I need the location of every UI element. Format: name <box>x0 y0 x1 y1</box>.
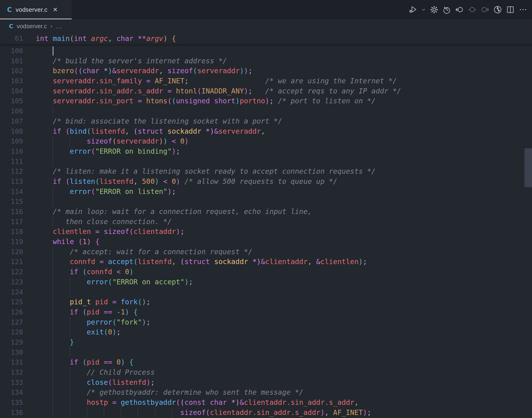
indent-guide <box>53 197 53 207</box>
line-number[interactable]: 114 <box>0 187 23 197</box>
line-number[interactable]: 111 <box>0 157 23 167</box>
line-number[interactable]: 136 <box>0 408 23 418</box>
line-number[interactable]: 120 <box>0 247 23 257</box>
breadcrumb-symbol-ellipsis[interactable]: ... <box>56 23 62 30</box>
code-line[interactable]: 124 <box>0 287 532 297</box>
code-line[interactable]: 111 <box>0 157 532 167</box>
code-line[interactable]: 127 perror("fork"); <box>0 317 532 327</box>
dropdown-chevron-icon[interactable] <box>421 5 426 14</box>
code-line[interactable]: 106 <box>0 106 532 116</box>
code-line[interactable]: 132 // Child Process <box>0 367 532 378</box>
code-line[interactable]: 110 error("ERROR on binding"); <box>0 146 532 157</box>
code-text: bzero((char *)&serveraddr, sizeof(server… <box>36 66 252 76</box>
code-line[interactable]: 126 if (pid == -1) { <box>0 307 532 317</box>
settings-gear-icon[interactable] <box>430 5 439 14</box>
line-number[interactable]: 102 <box>0 66 23 76</box>
line-number[interactable]: 112 <box>0 166 23 176</box>
code-line[interactable]: 115 <box>0 197 532 207</box>
source-control-graph-icon[interactable] <box>493 5 502 14</box>
code-line[interactable]: 134 /* gethostbyaddr: determine who sent… <box>0 387 532 397</box>
line-number[interactable]: 133 <box>0 378 23 388</box>
more-actions-icon[interactable] <box>518 5 528 14</box>
line-number[interactable]: 116 <box>0 207 23 217</box>
breadcrumb-separator-icon: › <box>50 23 53 30</box>
line-number[interactable]: 124 <box>0 287 23 297</box>
editor-actions-toolbar <box>408 0 528 19</box>
next-change-icon[interactable] <box>480 5 490 14</box>
line-number[interactable]: 131 <box>0 357 23 367</box>
run-or-debug-icon[interactable] <box>408 5 418 14</box>
code-line[interactable]: 129 } <box>0 337 532 347</box>
code-line[interactable]: 107 /* bind: associate the listening soc… <box>0 116 532 126</box>
code-line[interactable]: 104 serveraddr.sin_addr.s_addr = htonl(I… <box>0 86 532 96</box>
breadcrumb-file[interactable]: vodserver.c <box>17 23 47 30</box>
code-line[interactable]: 121 connfd = accept(listenfd, (struct so… <box>0 257 532 267</box>
timeline-history-icon[interactable] <box>442 5 452 14</box>
code-line[interactable]: 101 /* build the server's internet addre… <box>0 56 532 66</box>
code-line[interactable]: 125 pid_t pid = fork(); <box>0 297 532 307</box>
tab-vodserver[interactable]: C vodserver.c ✕ <box>0 0 72 19</box>
code-editor[interactable]: 100101 /* build the server's internet ad… <box>0 46 532 418</box>
code-line[interactable]: 105 serveraddr.sin_port = htons((unsigne… <box>0 96 532 106</box>
code-line[interactable]: 122 if (connfd < 0) <box>0 267 532 277</box>
line-number[interactable]: 106 <box>0 106 23 116</box>
code-text: serveraddr.sin_port = htons((unsigned sh… <box>36 96 376 106</box>
line-number[interactable]: 122 <box>0 267 23 277</box>
line-number[interactable]: 130 <box>0 347 23 358</box>
text-cursor <box>53 46 53 56</box>
code-line[interactable]: 102 bzero((char *)&serveraddr, sizeof(se… <box>0 66 532 76</box>
code-line[interactable]: 103 serveraddr.sin_family = AF_INET; /* … <box>0 76 532 86</box>
line-number[interactable]: 118 <box>0 227 23 237</box>
navigate-back-icon[interactable] <box>455 5 464 14</box>
code-line[interactable]: 120 /* accept: wait for a connection req… <box>0 247 532 257</box>
line-number[interactable]: 135 <box>0 397 23 408</box>
line-number[interactable]: 129 <box>0 337 23 347</box>
line-number[interactable]: 103 <box>0 76 23 86</box>
line-number[interactable]: 123 <box>0 277 23 287</box>
code-line[interactable]: 131 if (pid == 0) { <box>0 357 532 367</box>
line-number[interactable]: 125 <box>0 297 23 307</box>
code-line[interactable]: 117 then close connection. */ <box>0 217 532 227</box>
split-editor-icon[interactable] <box>506 5 515 14</box>
sticky-code-line[interactable]: 61int main(int argc, char **argv) { <box>0 33 532 44</box>
close-tab-icon[interactable]: ✕ <box>53 6 58 13</box>
code-line[interactable]: 109 sizeof(serveraddr)) < 0) <box>0 136 532 146</box>
line-number[interactable]: 132 <box>0 367 23 378</box>
line-number[interactable]: 128 <box>0 327 23 337</box>
code-line[interactable]: 108 if (bind(listenfd, (struct sockaddr … <box>0 126 532 137</box>
line-number[interactable]: 104 <box>0 86 23 96</box>
line-number[interactable]: 115 <box>0 197 23 207</box>
code-line[interactable]: 113 if (listen(listenfd, 500) < 0) /* al… <box>0 176 532 187</box>
line-number[interactable]: 119 <box>0 237 23 247</box>
code-line[interactable]: 135 hostp = gethostbyaddr((const char *)… <box>0 397 532 408</box>
line-number[interactable]: 113 <box>0 176 23 187</box>
code-text: sizeof(clientaddr.sin_addr.s_addr), AF_I… <box>36 408 371 418</box>
line-number[interactable]: 117 <box>0 217 23 227</box>
line-number[interactable]: 134 <box>0 387 23 397</box>
sticky-scroll-header[interactable]: 61int main(int argc, char **argv) { <box>0 33 532 44</box>
code-line[interactable]: 114 error("ERROR on listen"); <box>0 187 532 197</box>
code-line[interactable]: 128 exit(0); <box>0 327 532 337</box>
code-line[interactable]: 133 close(listenfd); <box>0 378 532 388</box>
code-line[interactable]: 118 clientlen = sizeof(clientaddr); <box>0 227 532 237</box>
line-number[interactable]: 61 <box>0 33 23 44</box>
line-number[interactable]: 100 <box>0 46 23 56</box>
line-number[interactable]: 108 <box>0 126 23 137</box>
code-line[interactable]: 100 <box>0 46 532 56</box>
code-line[interactable]: 123 error("ERROR on accept"); <box>0 277 532 287</box>
line-number[interactable]: 107 <box>0 116 23 126</box>
vertical-scrollbar-thumb[interactable] <box>524 148 532 187</box>
line-number[interactable]: 110 <box>0 146 23 157</box>
code-line[interactable]: 119 while (1) { <box>0 237 532 247</box>
line-number[interactable]: 109 <box>0 136 23 146</box>
code-line[interactable]: 116 /* main loop: wait for a connection … <box>0 207 532 217</box>
code-line[interactable]: 112 /* listen: make it a listening socke… <box>0 166 532 176</box>
line-number[interactable]: 101 <box>0 56 23 66</box>
line-number[interactable]: 126 <box>0 307 23 317</box>
line-number[interactable]: 121 <box>0 257 23 267</box>
code-line[interactable]: 136 sizeof(clientaddr.sin_addr.s_addr), … <box>0 408 532 418</box>
line-number[interactable]: 105 <box>0 96 23 106</box>
code-line[interactable]: 130 <box>0 347 532 358</box>
line-number[interactable]: 127 <box>0 317 23 327</box>
previous-change-icon[interactable] <box>467 5 477 14</box>
